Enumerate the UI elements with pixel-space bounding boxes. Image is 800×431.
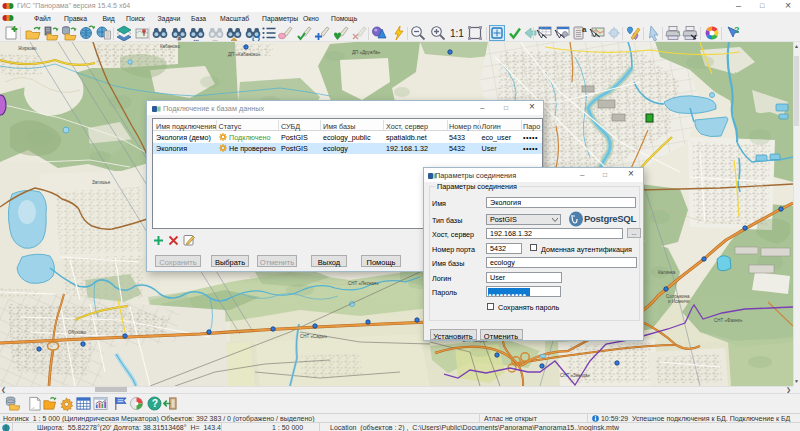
svg-text:Обухово: Обухово [68,330,86,335]
svg-text:СНТ «Звезда»: СНТ «Звезда» [560,373,591,378]
svg-text:СНТ «Сады»: СНТ «Сады» [300,334,328,339]
svg-text:Калинка: Калинка [658,270,676,275]
svg-text:Жирково: Жирково [18,46,37,51]
svg-text:Затишье: Затишье [92,180,111,185]
svg-text:ДП «Кабаново»: ДП «Кабаново» [228,52,261,57]
svg-text:и Исаничи: и Исаничи [668,299,690,304]
svg-text:a: a [582,25,587,34]
svg-text:...: ... [194,35,200,41]
svg-text:Кабаново: Кабаново [160,44,180,49]
svg-text:СНТ «Лесная»: СНТ «Лесная» [348,281,379,286]
svg-text:1:1: 1:1 [450,28,464,39]
svg-text:?: ? [152,398,158,409]
svg-text:?: ? [734,25,740,35]
svg-text:...: ... [213,35,219,41]
svg-text:ДП «Дружба»: ДП «Дружба» [352,50,381,55]
svg-text:СНТ «Фазни»: СНТ «Фазни» [714,318,743,323]
